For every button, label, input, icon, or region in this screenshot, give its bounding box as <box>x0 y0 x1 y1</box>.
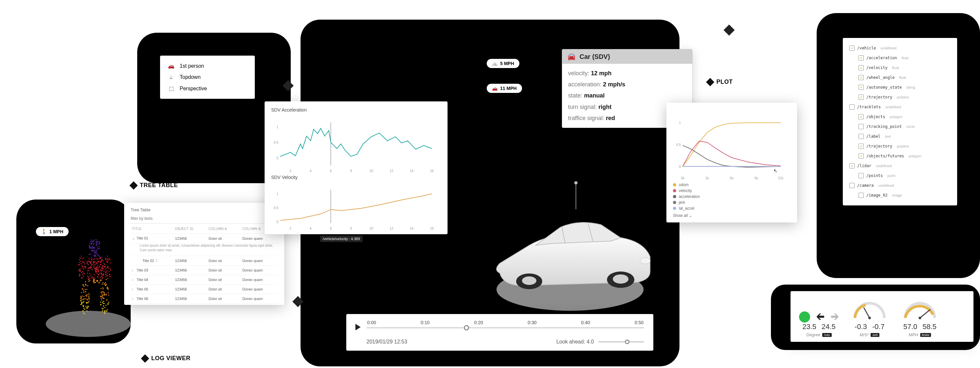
svg-point-380 <box>84 273 85 274</box>
stream-tree-node[interactable]: /objectspolygon <box>850 112 951 122</box>
table-row[interactable]: ›Title 03123456Dolor sitDonec quam <box>130 266 278 275</box>
svg-point-296 <box>83 301 84 302</box>
svg-point-154 <box>89 276 90 277</box>
table-row[interactable]: ›Title 04123456Dolor sitDonec quam <box>130 275 278 285</box>
svg-point-197 <box>94 258 95 259</box>
play-button[interactable] <box>355 324 361 330</box>
svg-point-444 <box>110 274 110 275</box>
legend-item[interactable]: velocity <box>673 188 791 194</box>
tree-table-col[interactable]: OBJECT ID <box>174 224 207 234</box>
svg-point-338 <box>108 295 109 296</box>
legend-item[interactable]: odom <box>673 182 791 188</box>
view-menu-item[interactable]: ⬚ Perspective <box>168 83 247 94</box>
checkbox[interactable] <box>859 124 864 129</box>
svg-point-196 <box>96 267 97 267</box>
checkbox[interactable] <box>859 173 864 178</box>
svg-point-136 <box>98 267 99 269</box>
stream-tree-node[interactable]: /trajectorypolyline <box>850 92 951 102</box>
plot-show-all[interactable]: Show all ⌄ <box>673 213 791 218</box>
table-row[interactable]: ›Title 06123456Dolor sitDonec quam <box>130 294 278 304</box>
checkbox[interactable] <box>859 94 864 100</box>
stream-tree-node[interactable]: /accelerationfloat <box>850 53 951 63</box>
scrubber-track[interactable]: 0:000:100:200:300:400:50 <box>366 320 644 334</box>
gauge-status: 🡰 🡲 23.524.5 DegreeAuto <box>799 311 839 337</box>
tree-table-search[interactable]: 🔍 <box>130 215 278 224</box>
checkbox[interactable] <box>859 114 864 119</box>
svg-point-254 <box>85 291 86 292</box>
svg-point-176 <box>102 278 103 279</box>
chart-velocity[interactable]: 00.51246810121416 <box>271 182 441 231</box>
checkbox[interactable] <box>850 163 854 168</box>
stream-tree-node[interactable]: /velocityfloat <box>850 63 951 73</box>
checkbox[interactable] <box>859 134 864 139</box>
view-menu-item[interactable]: ⟂ Topdown <box>168 72 247 83</box>
checkbox[interactable] <box>850 183 854 188</box>
svg-point-305 <box>81 301 82 302</box>
tree-table-col[interactable]: COLUMN A <box>207 224 241 234</box>
svg-point-297 <box>82 310 83 311</box>
stream-tree-node[interactable]: /wheel_anglefloat <box>850 73 951 82</box>
svg-point-319 <box>108 293 109 293</box>
scrubber-knob[interactable] <box>464 325 469 330</box>
checkbox[interactable] <box>859 154 864 158</box>
svg-point-459 <box>110 270 111 271</box>
svg-text:1: 1 <box>679 121 681 125</box>
svg-point-209 <box>87 272 88 274</box>
view-menu-item[interactable]: 🚗 1st person <box>168 60 247 72</box>
svg-point-290 <box>89 294 89 295</box>
svg-point-236 <box>91 276 92 277</box>
checkbox[interactable] <box>850 45 854 51</box>
plot-chart[interactable]: 00.510s3s6s9s12s <box>673 109 791 181</box>
stream-tree-node[interactable]: /trajectorypolyline <box>850 141 951 151</box>
svg-point-362 <box>103 308 103 309</box>
checkbox[interactable] <box>859 55 864 61</box>
svg-point-322 <box>105 282 106 283</box>
svg-point-449 <box>105 266 106 267</box>
svg-point-63 <box>99 256 100 256</box>
svg-point-369 <box>102 298 103 299</box>
svg-point-77 <box>94 278 95 279</box>
svg-point-261 <box>86 306 87 307</box>
chart-accel[interactable]: 00.51246810121416 <box>271 115 441 173</box>
checkbox[interactable] <box>859 75 864 80</box>
cube-icon: ⬚ <box>168 85 175 91</box>
svg-point-348 <box>105 294 107 295</box>
svg-point-225 <box>102 267 103 268</box>
svg-point-231 <box>100 258 101 258</box>
svg-point-96 <box>88 281 89 282</box>
stream-tree-node[interactable]: /pointspoint <box>850 171 951 181</box>
checkbox[interactable] <box>859 144 864 149</box>
svg-point-355 <box>100 298 102 299</box>
tree-table-filter-input[interactable] <box>130 216 270 221</box>
svg-point-186 <box>94 266 94 267</box>
table-row[interactable]: ›Title 05123456Dolor sitDonec quam <box>130 285 278 294</box>
stream-tree-node[interactable]: /tracking_pointcircle <box>850 122 951 131</box>
stream-tree-node[interactable]: /lidarundefined <box>850 161 951 171</box>
stream-tree-node[interactable]: /image_02image <box>850 190 951 200</box>
look-ahead-slider[interactable] <box>598 341 644 342</box>
svg-point-6 <box>99 243 100 244</box>
checkbox[interactable] <box>859 193 864 198</box>
svg-text:14: 14 <box>410 227 414 230</box>
svg-point-95 <box>91 258 92 259</box>
legend-item[interactable]: jerk <box>673 200 791 205</box>
svg-point-428 <box>107 275 108 276</box>
stream-tree-node[interactable]: /cameraundefined <box>850 181 951 190</box>
legend-item[interactable]: lat_accel <box>673 205 791 211</box>
svg-point-431 <box>109 258 110 259</box>
table-row[interactable]: ⌄Title 01123456Dolor sitDonec quam <box>130 234 278 243</box>
checkbox[interactable] <box>859 65 864 70</box>
svg-text:6: 6 <box>330 169 332 173</box>
stream-tree-node[interactable]: /objects/futurespolygon <box>850 151 951 161</box>
checkbox[interactable] <box>859 85 864 90</box>
stream-tree-node[interactable]: /trackletsundefined <box>850 102 951 112</box>
tree-table-col[interactable]: TITLE <box>130 224 174 234</box>
stream-tree-node[interactable]: /autonomy_statestring <box>850 82 951 92</box>
stream-tree-node[interactable]: /vehicleundefined <box>850 43 951 53</box>
svg-point-221 <box>88 278 89 279</box>
checkbox[interactable] <box>850 104 854 110</box>
stream-tree-node[interactable]: /labeltext <box>850 131 951 141</box>
legend-item[interactable]: acceleration <box>673 194 791 200</box>
table-row[interactable]: Title 023123456Dolor sitDonec quam <box>130 256 278 266</box>
tree-table-title: Tree Table <box>130 207 278 212</box>
